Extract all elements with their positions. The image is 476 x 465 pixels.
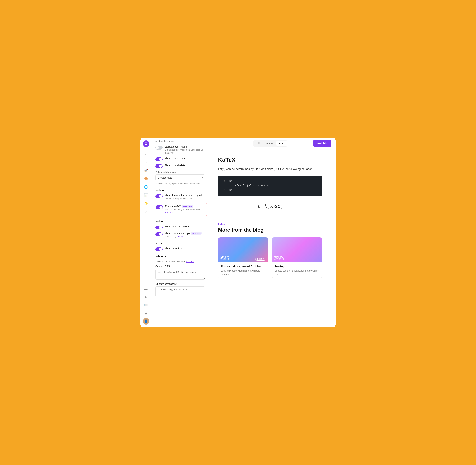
preview-content: KaTeX Lift(L) can be determined by Lift … <box>209 149 331 289</box>
enable-katex-toggle[interactable] <box>156 205 163 209</box>
math-formula: L = 1/2ρv²SCL <box>218 201 322 215</box>
sidebar-item-plugins[interactable]: ✨ <box>142 200 150 207</box>
select-note: Apply to `sort by` options like most rec… <box>155 182 206 185</box>
top-nav: All Home Post Publish <box>209 137 336 149</box>
card-2-author: Qing W. <box>274 255 284 258</box>
show-comment-row: Show comment widget Pro+ Only Powered by… <box>155 232 206 238</box>
show-comment-desc: Powered by Chirpy <box>165 235 206 238</box>
divider <box>218 219 322 219</box>
tab-post[interactable]: Post <box>276 141 287 146</box>
show-more-label: Show more from <box>165 247 206 250</box>
sidebar-item-billing[interactable]: ▬ <box>142 285 150 292</box>
tab-group: All Home Post <box>253 140 287 147</box>
show-comment-toggle[interactable] <box>155 232 162 236</box>
card-1-title: Product Management Articles <box>221 265 266 268</box>
show-line-number-desc: Useful for programming code <box>165 197 206 200</box>
latest-label: Latest <box>218 223 322 226</box>
aside-section-title: Aside <box>155 220 206 223</box>
cards-grid: Qing W. 7/1/2024 Product Product Managem… <box>218 237 322 278</box>
show-toc-label: Show table of contents <box>165 225 206 228</box>
extra-section-title: Extra <box>155 242 206 245</box>
show-line-number-toggle[interactable] <box>155 194 162 198</box>
show-toc-toggle[interactable] <box>155 225 162 230</box>
show-share-row: Show share buttons <box>155 157 206 161</box>
card-1-meta: Qing W. 7/1/2024 <box>220 255 229 261</box>
show-more-toggle[interactable] <box>155 247 162 251</box>
publish-button[interactable]: Publish <box>313 140 331 147</box>
show-share-label: Show share buttons <box>165 157 206 160</box>
sidebar-item-launch[interactable]: 🚀 <box>142 167 150 174</box>
pub-date-type-select[interactable]: Created date Updated date <box>155 174 206 181</box>
avatar[interactable]: 👤 <box>143 318 149 325</box>
show-publish-date-row: Show publish date <box>155 164 206 168</box>
code-line-3: 3 $$ <box>222 188 318 192</box>
sidebar-item-content[interactable]: 🗂 <box>142 208 150 215</box>
post-title: KaTeX <box>218 157 322 163</box>
sidebar-item-back[interactable]: ← <box>142 150 150 158</box>
enable-katex-label: Enable KaTeX Lite+ Only <box>165 205 205 208</box>
show-publish-date-label: Show publish date <box>165 164 206 167</box>
card-1-image: Qing W. 7/1/2024 Product <box>218 237 268 262</box>
katex-link[interactable]: KaTeX <box>165 211 171 214</box>
advanced-section-title: Advanced <box>155 255 206 258</box>
sidebar-item-globe[interactable]: 🌐 <box>142 183 150 190</box>
sidebar-item-book[interactable]: 📖 <box>142 302 150 309</box>
pub-date-type-select-wrapper: Created date Updated date ▾ <box>155 174 206 181</box>
more-from-title: More from the blog <box>218 227 322 233</box>
katex-badge: Lite+ Only <box>182 205 193 208</box>
custom-css-label: Custom CSS <box>155 265 206 268</box>
preview-area: All Home Post Publish KaTeX Lift(L) can … <box>209 137 336 328</box>
card-2: Qing W. 4/17/2024 Testing! Update someth… <box>272 237 322 278</box>
code-block: 1 $$ 2 L = \frac{1}{2} \rho v^2 S C_L 3 … <box>218 176 322 196</box>
card-1-author: Qing W. <box>220 255 229 258</box>
comment-badge: Pro+ Only <box>191 232 202 235</box>
tab-home[interactable]: Home <box>263 141 275 146</box>
excerpt-note: post as the excerpt <box>155 137 206 145</box>
sidebar-item-home[interactable]: ⌂ <box>142 159 150 166</box>
advanced-note: Need an example? Checkout the doc <box>155 260 206 263</box>
pub-date-type-label: Published date type <box>155 171 206 173</box>
show-comment-label: Show comment widget Pro+ Only <box>165 232 206 235</box>
enable-katex-row: Enable KaTeX Lite+ Only Don't enable it … <box>154 203 207 216</box>
code-line-2: 2 L = \frac{1}{2} \rho v^2 S C_L <box>222 184 318 188</box>
code-line-1: 1 $$ <box>222 179 318 184</box>
custom-css-textarea[interactable]: body { color:#475467; margin:... <box>155 269 206 280</box>
extract-cover-desc: Extract the first image from your post a… <box>165 148 206 155</box>
doc-link[interactable]: the doc <box>186 260 194 263</box>
card-2-body: Testing! Update something Kcal 1800 Fat … <box>272 262 322 278</box>
card-1: Qing W. 7/1/2024 Product Product Managem… <box>218 237 268 278</box>
card-1-date: 7/1/2024 <box>220 258 229 261</box>
custom-js-textarea[interactable]: console.log('hello post') <box>155 286 206 297</box>
card-2-excerpt: Update something Kcal 1800 Fat 50 Carbs … <box>275 269 319 276</box>
extract-cover-row: Extract cover image Extract the first im… <box>155 145 206 155</box>
chirpy-link[interactable]: Chirpy <box>177 235 183 238</box>
card-1-tag: Product <box>255 257 266 261</box>
sidebar-item-settings[interactable]: ⚙ <box>142 293 150 301</box>
custom-js-label: Custom JavaScript <box>155 283 206 285</box>
sidebar-item-analytics[interactable]: 📊 <box>142 192 150 199</box>
card-2-image: Qing W. 4/17/2024 <box>272 237 322 262</box>
card-2-meta: Qing W. 4/17/2024 <box>274 255 284 261</box>
extract-cover-label: Extract cover image <box>165 145 206 148</box>
sidebar: Q ← ⌂ 🚀 🎨 🌐 📊 ✨ 🗂 ▬ ⚙ 📖 ◉ 👤 <box>140 137 152 328</box>
sidebar-item-theme[interactable]: 🎨 <box>142 175 150 182</box>
card-2-title: Testing! <box>275 265 319 268</box>
show-publish-date-toggle[interactable] <box>155 164 162 168</box>
show-more-row: Show more from <box>155 247 206 251</box>
sidebar-item-circle[interactable]: ◉ <box>142 310 150 317</box>
show-toc-row: Show table of contents <box>155 225 206 230</box>
card-1-excerpt: What is Product Management What is produ… <box>221 269 266 276</box>
extract-cover-toggle[interactable] <box>155 146 162 149</box>
show-line-number-label: Show line number for monostyled <box>165 194 206 197</box>
post-intro: Lift(L) can be determined by Lift Coeffi… <box>218 167 322 172</box>
enable-katex-desc: Don't enable it if you don't know what K… <box>165 208 205 214</box>
settings-panel: post as the excerpt Extract cover image … <box>152 137 209 328</box>
card-1-body: Product Management Articles What is Prod… <box>218 262 268 278</box>
article-section-title: Article <box>155 189 206 192</box>
tab-all[interactable]: All <box>254 141 262 146</box>
show-line-number-row: Show line number for monostyled Useful f… <box>155 194 206 200</box>
app-logo[interactable]: Q <box>143 140 149 147</box>
show-share-toggle[interactable] <box>155 158 162 161</box>
card-2-date: 4/17/2024 <box>274 258 284 261</box>
